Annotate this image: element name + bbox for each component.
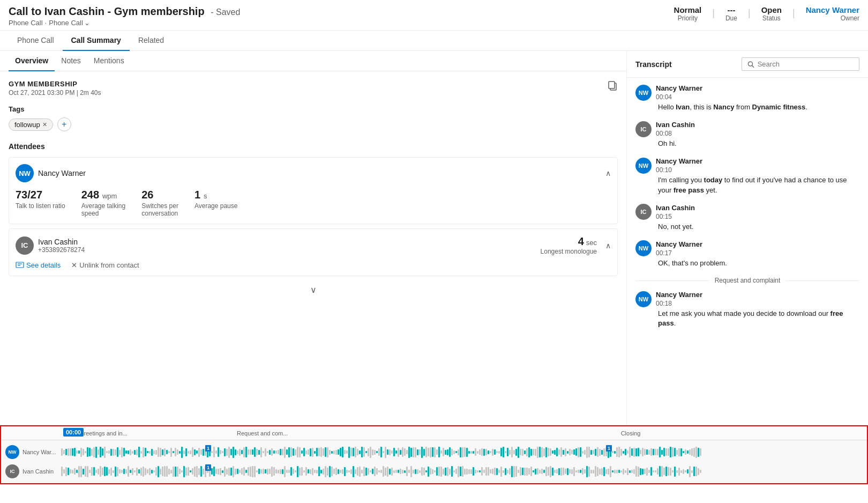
- owner-meta: Nancy Warner Owner: [806, 5, 859, 22]
- waveform-bar: [400, 469, 401, 474]
- waveform-bar: [173, 451, 174, 453]
- waveform-bar: [488, 467, 489, 476]
- waveform-bar: [338, 469, 339, 474]
- unlink-contact-link[interactable]: ✕ Unlink from contact: [71, 261, 139, 269]
- stat-talk-listen: 73/27 Talk to listen ratio: [16, 189, 65, 217]
- owner-link[interactable]: Nancy Warner: [806, 5, 859, 14]
- waveform-bar: [515, 449, 517, 456]
- waveform-bar: [312, 468, 313, 475]
- tab-call-summary[interactable]: Call Summary: [63, 31, 130, 51]
- waveform-bar: [65, 467, 67, 476]
- waveform-bar: [558, 468, 560, 475]
- waveform-bar: [505, 468, 506, 475]
- waveform-bar: [273, 467, 275, 476]
- waveform-bar: [70, 448, 71, 456]
- waveform-bar: [233, 447, 234, 458]
- subtab-mentions[interactable]: Mentions: [87, 51, 131, 71]
- gym-section: GYM MEMBERSHIP Oct 27, 2021 03:30 PM | 2…: [9, 80, 618, 97]
- gym-info: GYM MEMBERSHIP Oct 27, 2021 03:30 PM | 2…: [9, 80, 101, 97]
- waveform-bar: [153, 450, 155, 454]
- right-panel: Transcript NW Nancy Warner 00:04: [627, 51, 868, 425]
- search-input[interactable]: [758, 60, 854, 68]
- waveform-bar: [325, 447, 326, 457]
- app-header: Call to Ivan Cashin - Gym membership - S…: [0, 0, 868, 31]
- transcript-search-box[interactable]: [742, 57, 859, 71]
- waveform-bar: [145, 448, 146, 456]
- expand-button[interactable]: ∨: [9, 280, 618, 299]
- see-details-link[interactable]: See details: [16, 261, 61, 269]
- waveform-bar: [595, 449, 596, 456]
- waveform-bar: [640, 468, 641, 475]
- waveform-bar: [327, 447, 328, 457]
- waveform-bar: [162, 467, 163, 476]
- waveform-bar: [121, 447, 123, 457]
- waveform-bar: [314, 451, 316, 454]
- tag-add-button[interactable]: +: [57, 117, 71, 131]
- tab-phone-call[interactable]: Phone Call: [9, 31, 63, 51]
- waveform-bar: [155, 467, 157, 476]
- waveform-bar: [693, 467, 695, 476]
- waveform-bar: [192, 468, 193, 475]
- msg-text-5: OK, that's no problem.: [658, 258, 859, 268]
- waveform-bar: [629, 470, 631, 473]
- subtab-overview[interactable]: Overview: [9, 51, 55, 71]
- waveform-bar: [250, 449, 251, 455]
- waveform-bar: [134, 470, 136, 472]
- copy-button[interactable]: [607, 80, 618, 93]
- waveform-bar: [554, 450, 556, 455]
- waveform-bar: [535, 449, 536, 456]
- waveform-track-ivan: 1: [61, 464, 863, 478]
- waveform-bar: [215, 450, 217, 454]
- waveform-bar: [558, 449, 560, 455]
- waveform-bar: [623, 469, 624, 475]
- waveform-bar: [353, 448, 354, 456]
- waveform-bar: [430, 447, 431, 457]
- waveform-bar: [410, 466, 412, 477]
- waveform-bar: [563, 450, 564, 455]
- timeline-bar: 00:00 Greetings and in... Request and co…: [0, 425, 868, 484]
- waveform-area: NW Nancy War... 11 IC Ivan Cashin 1: [1, 440, 867, 483]
- waveform-bar: [575, 448, 577, 456]
- waveform-bar: [290, 467, 292, 476]
- waveform-marker-1: 1: [205, 445, 211, 452]
- waveform-bar: [479, 470, 481, 472]
- waveform-bar: [175, 467, 176, 477]
- subtitle-dropdown[interactable]: Phone Call ⌄: [49, 19, 90, 27]
- waveform-bar: [545, 447, 547, 457]
- waveform-bar: [183, 466, 185, 477]
- waveform-bar: [680, 470, 682, 473]
- waveform-bar: [533, 449, 534, 455]
- waveform-bar: [85, 451, 86, 453]
- waveform-bar: [243, 447, 245, 457]
- collapse-ivan-icon[interactable]: ∧: [605, 241, 611, 250]
- waveform-bar: [633, 448, 635, 457]
- timeline-sections: 00:00 Greetings and in... Request and co…: [1, 426, 867, 440]
- waveform-bar: [620, 449, 622, 456]
- waveform-bar: [308, 469, 309, 474]
- waveform-bar: [263, 451, 264, 453]
- waveform-bar: [683, 469, 684, 474]
- msg-avatar-1: NW: [635, 85, 652, 101]
- waveform-bar: [565, 469, 566, 474]
- waveform-bar: [665, 467, 667, 476]
- waveform-bar: [128, 466, 129, 477]
- waveform-bar: [693, 448, 695, 457]
- subtab-notes[interactable]: Notes: [55, 51, 87, 71]
- tab-related[interactable]: Related: [130, 31, 173, 51]
- waveform-bar: [413, 470, 414, 474]
- waveform-bar: [78, 466, 80, 477]
- transcript-header: Transcript: [627, 51, 868, 78]
- waveform-bar: [196, 466, 198, 477]
- waveform-bar: [348, 470, 350, 472]
- waveform-bar: [368, 468, 369, 475]
- waveform-bar: [432, 447, 433, 457]
- collapse-nancy-icon[interactable]: ∧: [605, 169, 611, 177]
- waveform-bar: [383, 451, 384, 453]
- waveform-bar: [451, 449, 453, 455]
- waveform-bar: [631, 448, 633, 456]
- waveform-bar: [149, 468, 151, 475]
- stat-value-3: 26: [141, 189, 153, 201]
- waveform-bar: [535, 469, 536, 475]
- msg-text-1: Hello Ivan, this is Nancy from Dynamic f…: [658, 102, 859, 112]
- tag-remove-icon[interactable]: ✕: [42, 121, 47, 128]
